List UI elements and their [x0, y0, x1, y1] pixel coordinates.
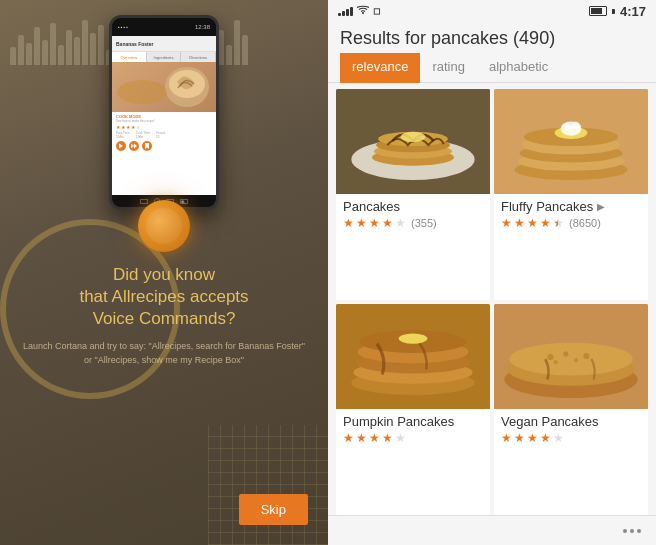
svg-point-12 — [401, 132, 426, 142]
sort-tabs: relevance rating alphabetic — [328, 53, 656, 83]
status-time: 4:17 — [620, 4, 646, 19]
screen-title: Bananas Foster — [116, 41, 154, 47]
cook-mode-section: COOK MODE See how to make this recipe! ★… — [112, 112, 216, 142]
recipe-card-4[interactable]: Vegan Pancakes ★ ★ ★ ★ ★ — [494, 304, 648, 515]
recipe-info-3: Pumpkin Pancakes ★ ★ ★ ★ ★ — [336, 409, 490, 451]
recipe-info-1: Pancakes ★ ★ ★ ★ ★ (355) — [336, 194, 490, 236]
status-bar-left: ◻ — [338, 5, 380, 17]
bar — [226, 45, 232, 65]
cook-stars: ★ ★ ★ ★ ★ — [116, 124, 212, 130]
star-full: ★ — [356, 216, 367, 230]
phone-device: ▪▪▪▪ 12:38 Bananas Foster Overview Ingre… — [109, 15, 219, 210]
serves: Serves 10 — [156, 131, 165, 139]
phone-notch: ▪▪▪▪ 12:38 — [112, 18, 216, 36]
bar — [42, 40, 48, 65]
results-title: Results for pancakes (490) — [340, 28, 555, 48]
star-full: ★ — [382, 216, 393, 230]
bar — [74, 37, 80, 65]
svg-point-2 — [117, 80, 167, 104]
star-full: ★ — [501, 431, 512, 445]
prep-time: Prep Time 5 Min — [116, 131, 130, 139]
star-full: ★ — [540, 431, 551, 445]
svg-point-33 — [563, 351, 568, 356]
recipe-name-1: Pancakes — [343, 199, 483, 214]
recipe-info-4: Vegan Pancakes ★ ★ ★ ★ ★ — [494, 409, 648, 451]
recipe-grid: Pancakes ★ ★ ★ ★ ★ (355) — [328, 89, 656, 515]
orb-outer — [138, 200, 190, 252]
sig-bar-4 — [350, 7, 353, 16]
dot-2 — [630, 529, 634, 533]
star-5: ★ — [136, 124, 140, 130]
star-empty: ★ — [395, 216, 406, 230]
bookmark-icon — [142, 141, 152, 151]
more-options-button[interactable] — [620, 519, 644, 543]
screen-header: Bananas Foster — [112, 36, 216, 52]
review-count-1: (355) — [411, 217, 437, 229]
star-full: ★ — [369, 431, 380, 445]
bar — [58, 45, 64, 65]
star-half: ★ — [553, 216, 564, 230]
star-full: ★ — [540, 216, 551, 230]
dot-1 — [623, 529, 627, 533]
star-full: ★ — [356, 431, 367, 445]
svg-marker-5 — [134, 144, 137, 149]
recipe-info-2: Fluffy Pancakes ▶ ★ ★ ★ ★ ★ (8650) — [494, 194, 648, 236]
recipe-card-1[interactable]: Pancakes ★ ★ ★ ★ ★ (355) — [336, 89, 490, 300]
phone-screen: Bananas Foster Overview Ingredients Dire… — [112, 36, 216, 195]
screen-recipe-image — [112, 62, 216, 112]
stars-row-3: ★ ★ ★ ★ ★ — [343, 431, 483, 445]
recipe-name-4: Vegan Pancakes — [501, 414, 641, 429]
grid-decoration — [208, 425, 328, 545]
star-full: ★ — [343, 431, 354, 445]
recipe-thumb-1 — [336, 89, 490, 194]
sig-bar-1 — [338, 13, 341, 16]
screen-tab-directions: Directions — [181, 52, 216, 62]
star-full: ★ — [514, 216, 525, 230]
bar — [82, 20, 88, 65]
results-header: Results for pancakes (490) — [328, 22, 656, 53]
cook-info: Prep Time 5 Min Cook Time 5 Min Serves 1… — [116, 131, 212, 139]
star-1: ★ — [116, 124, 120, 130]
cortana-sub-text: Launch Cortana and try to say: "Allrecip… — [20, 340, 308, 367]
star-full: ★ — [514, 431, 525, 445]
star-empty: ★ — [395, 431, 406, 445]
bar — [50, 23, 56, 65]
bar — [34, 27, 40, 65]
svg-point-36 — [554, 360, 558, 364]
forward-icon — [129, 141, 139, 151]
skip-button[interactable]: Skip — [239, 494, 308, 525]
stars-row-1: ★ ★ ★ ★ ★ (355) — [343, 216, 483, 230]
cortana-promo-text: Did you know that Allrecipes accepts Voi… — [0, 264, 328, 367]
bar — [234, 20, 240, 65]
cortana-orb — [138, 200, 190, 252]
recipe-thumb-2 — [494, 89, 648, 194]
svg-point-31 — [509, 343, 632, 376]
bar — [10, 47, 16, 65]
right-panel: ◻ 4:17 Results for pancakes (490) releva… — [328, 0, 656, 545]
video-camera-icon: ▶ — [597, 201, 605, 212]
battery-fill — [591, 8, 602, 14]
star-full: ★ — [382, 431, 393, 445]
phone-mockup: ▪▪▪▪ 12:38 Bananas Foster Overview Ingre… — [109, 15, 219, 210]
sort-tab-relevance[interactable]: relevance — [340, 53, 420, 83]
svg-marker-3 — [119, 144, 123, 149]
bar — [26, 43, 32, 65]
star-empty: ★ — [553, 431, 564, 445]
star-2: ★ — [121, 124, 125, 130]
orb-inner — [146, 208, 182, 244]
phone-time: 12:38 — [195, 24, 210, 30]
status-bar: ◻ 4:17 — [328, 0, 656, 22]
sort-tab-alphabetic[interactable]: alphabetic — [477, 53, 560, 83]
star-full: ★ — [501, 216, 512, 230]
dot-3 — [637, 529, 641, 533]
network-icon: ◻ — [373, 6, 380, 16]
recipe-card-2[interactable]: Fluffy Pancakes ▶ ★ ★ ★ ★ ★ (8650) — [494, 89, 648, 300]
main-question: Did you know that Allrecipes accepts Voi… — [20, 264, 308, 330]
phone-signal: ▪▪▪▪ — [118, 24, 129, 30]
star-full: ★ — [343, 216, 354, 230]
sort-tab-rating[interactable]: rating — [420, 53, 477, 83]
star-4: ★ — [131, 124, 135, 130]
recipe-card-3[interactable]: Pumpkin Pancakes ★ ★ ★ ★ ★ — [336, 304, 490, 515]
screen-tabs: Overview Ingredients Directions — [112, 52, 216, 62]
bar — [18, 35, 24, 65]
